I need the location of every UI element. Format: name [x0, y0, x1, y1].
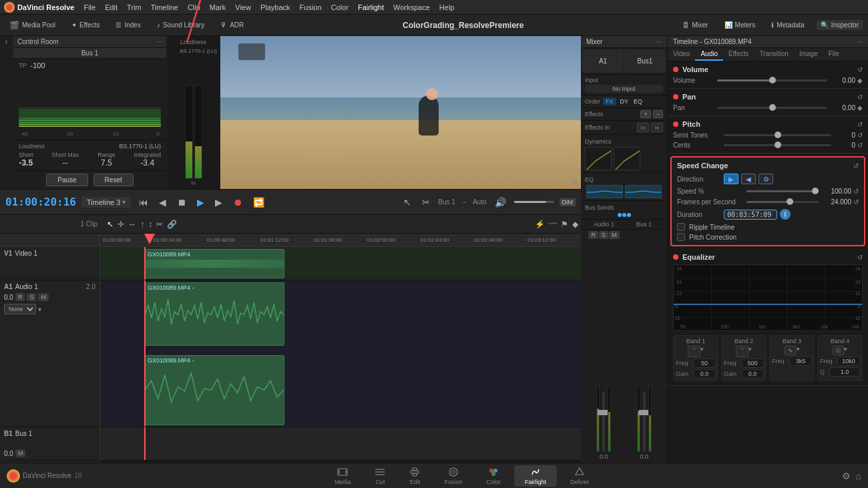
timeline-name-selector[interactable]: Timeline 3 ▾ [81, 197, 131, 208]
fps-slider[interactable] [746, 201, 819, 203]
a1-m-btn[interactable]: M [38, 293, 49, 301]
go-to-start-btn[interactable]: ⏮ [136, 196, 151, 209]
tab-color[interactable]: Color [475, 465, 511, 487]
volume-slider[interactable] [717, 79, 827, 81]
a1-fader-track[interactable] [602, 392, 605, 452]
a1-fader[interactable]: 0.0 [585, 385, 623, 460]
menu-fusion[interactable]: Fusion [300, 3, 322, 11]
a1-clip-1[interactable]: GX010089.MP4 - [144, 282, 284, 346]
menu-fairlight[interactable]: Fairlight [358, 3, 384, 11]
home-icon[interactable]: ⌂ [856, 471, 861, 481]
band4-chevron[interactable]: ▾ [844, 346, 847, 355]
speed-pct-reset[interactable]: ↺ [853, 188, 859, 195]
record-btn[interactable]: ⏺ [230, 196, 245, 209]
index-btn[interactable]: ☰ Index [112, 20, 144, 30]
mixer-eq-btn[interactable]: EQ [632, 97, 644, 105]
loop-btn[interactable]: 🔁 [250, 196, 267, 209]
volume-keyframe[interactable]: ◆ [857, 77, 863, 84]
waveform-icon[interactable]: 〰 [549, 220, 557, 229]
v1-clip[interactable]: GX010089.MP4 [144, 249, 284, 278]
menu-clip[interactable]: Clip [188, 3, 200, 11]
stop-btn[interactable]: ⏹ [174, 196, 189, 209]
band1-shape[interactable]: ⌒ [688, 346, 700, 357]
direction-option3[interactable]: ⚙ [758, 174, 773, 184]
razor-tool[interactable]: ↔ [128, 220, 136, 229]
ch-a1-s[interactable]: S [599, 231, 608, 239]
slip-tool[interactable]: ✂ [156, 220, 163, 229]
tab-effects[interactable]: Effects [723, 48, 754, 61]
flag-icon[interactable]: ⚑ [561, 220, 568, 229]
step-forward-btn[interactable]: ▶ [212, 196, 225, 209]
metadata-btn[interactable]: ℹ Metadata [767, 20, 809, 30]
bus1-fader-track[interactable] [643, 392, 646, 452]
reset-button[interactable]: Reset [93, 174, 134, 186]
eq-reset[interactable]: ↺ [857, 254, 863, 261]
step-back-btn[interactable]: ◀ [156, 196, 169, 209]
media-pool-btn[interactable]: 🎬 Media Pool [5, 19, 59, 31]
ripple-checkbox[interactable] [677, 223, 685, 231]
band2-shape[interactable]: ⌒ [736, 346, 748, 357]
add-tool[interactable]: ✛ [118, 220, 124, 229]
tab-fusion[interactable]: Fusion [433, 465, 473, 487]
band3-shape[interactable]: ∿ [785, 346, 797, 355]
menu-edit[interactable]: Edit [105, 3, 118, 11]
settings-icon[interactable]: ⚙ [842, 471, 851, 481]
menu-view[interactable]: View [235, 3, 251, 11]
select-tool[interactable]: ↖ [401, 196, 414, 209]
menu-timeline[interactable]: Timeline [151, 3, 178, 11]
tab-media[interactable]: Media [324, 465, 362, 487]
pan-reset[interactable]: ↺ [857, 93, 863, 101]
pan-slider[interactable] [717, 107, 827, 109]
ch-a1-r[interactable]: R [588, 231, 598, 239]
menu-playback[interactable]: Playback [260, 3, 290, 11]
menu-file[interactable]: File [83, 3, 95, 11]
a1-clip-2[interactable]: GX010089.MP4 - [144, 355, 284, 425]
meters-btn[interactable]: 📊 Meters [720, 20, 760, 30]
tab-file[interactable]: File [823, 48, 845, 61]
adr-btn[interactable]: 🎙 ADR [216, 20, 248, 30]
roll-tool[interactable]: ↕ [148, 220, 152, 229]
cents-slider[interactable] [724, 144, 831, 146]
dim-btn[interactable]: DIM [560, 198, 576, 206]
bus1-fader[interactable]: 0.0 [626, 385, 664, 460]
menu-mark[interactable]: Mark [210, 3, 226, 11]
cursor-tool[interactable]: ↖ [107, 220, 114, 229]
ch-a1-m[interactable]: M [609, 231, 620, 239]
b1-m-btn[interactable]: M [15, 449, 26, 457]
band3-chevron[interactable]: ▾ [797, 346, 800, 355]
speed-reset[interactable]: ↺ [853, 162, 859, 170]
band2-chevron[interactable]: ▾ [748, 346, 752, 357]
a1-s-btn[interactable]: S [27, 293, 36, 301]
mixer-fx-btn[interactable]: FX [603, 97, 616, 105]
menu-workspace[interactable]: Workspace [393, 3, 430, 11]
speed-slider[interactable] [746, 190, 819, 192]
a1-r-btn[interactable]: R [15, 293, 25, 301]
band1-chevron[interactable]: ▾ [700, 346, 704, 357]
preview-settings-icon[interactable]: ⚙ [571, 177, 578, 186]
semi-tones-keyframe[interactable]: ↺ [857, 132, 863, 139]
tab-transition[interactable]: Transition [754, 48, 794, 61]
control-room-menu[interactable]: ··· [157, 38, 162, 45]
menu-help[interactable]: Help [439, 3, 455, 11]
volume-icon[interactable]: 🔊 [492, 196, 509, 209]
fx-chain-icon[interactable]: ⚡ [535, 220, 545, 229]
pitch-reset[interactable]: ↺ [857, 121, 863, 128]
pan-keyframe[interactable]: ◆ [857, 104, 863, 111]
pitch-correction-checkbox[interactable] [677, 233, 685, 241]
cents-keyframe[interactable]: ↺ [857, 142, 863, 149]
mixer-menu[interactable]: ··· [656, 38, 662, 45]
inspector-menu[interactable]: ··· [857, 38, 863, 45]
menu-trim[interactable]: Trim [127, 3, 142, 11]
a1-chevron[interactable]: ▾ [38, 306, 41, 313]
tab-cut[interactable]: Cut [364, 465, 396, 487]
inspector-btn[interactable]: 🔍 Inspector [817, 20, 863, 30]
tab-image[interactable]: Image [794, 48, 823, 61]
volume-reset[interactable]: ↺ [857, 66, 863, 73]
sound-library-btn[interactable]: ♪ Sound Library [153, 20, 208, 30]
tab-edit[interactable]: Edit [399, 465, 431, 487]
duration-input[interactable] [724, 210, 777, 220]
tab-fairlight[interactable]: Fairlight [514, 465, 557, 487]
mixer-effects-add[interactable]: + [640, 110, 650, 118]
blade-tool[interactable]: ✂ [419, 196, 433, 209]
mixer-btn[interactable]: 🎛 Mixer [678, 20, 712, 30]
